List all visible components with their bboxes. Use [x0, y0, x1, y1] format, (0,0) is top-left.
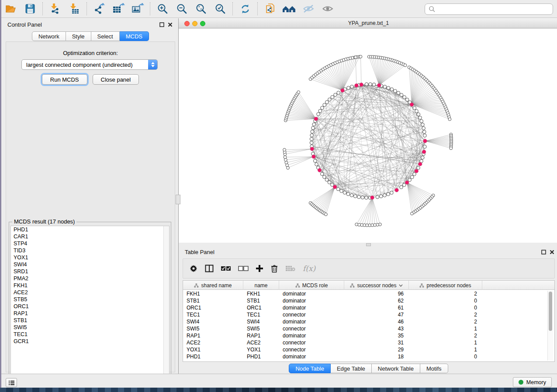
cell-mcds_role[interactable]: dominator — [279, 318, 344, 325]
table-row-FKH1[interactable]: FKH1FKH1dominator962 — [183, 290, 554, 297]
tab-select[interactable]: Select — [91, 31, 120, 41]
cell-successor_nodes[interactable]: 18 — [344, 353, 409, 360]
mcds-result-item[interactable]: RAP1 — [11, 310, 169, 317]
show-panels-list-icon[interactable] — [6, 378, 17, 387]
cell-mcds_role[interactable]: dominator — [279, 353, 344, 360]
deselect-all-icon[interactable] — [238, 266, 249, 271]
import-network-icon[interactable] — [48, 2, 62, 15]
cell-predecessor_nodes[interactable]: 0 — [409, 304, 482, 311]
float-table-panel-icon[interactable] — [540, 249, 547, 255]
mcds-result-item[interactable]: ACE2 — [11, 289, 169, 296]
mcds-result-item[interactable]: PMA2 — [11, 275, 169, 282]
cell-predecessor_nodes[interactable]: 0 — [409, 353, 482, 360]
table-row-STB1[interactable]: STB1STB1dominator620 — [183, 297, 554, 304]
table-scrollbar-thumb[interactable] — [549, 292, 552, 331]
cell-mcds_role[interactable]: connector — [279, 325, 344, 332]
network-graph[interactable] — [179, 29, 557, 243]
table-settings-gear-icon[interactable] — [189, 264, 198, 273]
cell-successor_nodes[interactable]: 31 — [344, 339, 409, 346]
cell-shared_name[interactable]: ORC1 — [183, 304, 243, 311]
memory-button[interactable]: Memory — [513, 377, 552, 387]
table-row-SWI5[interactable]: SWI5SWI5connector431 — [183, 325, 554, 332]
show-columns-icon[interactable] — [205, 265, 214, 272]
cell-predecessor_nodes[interactable]: 2 — [409, 318, 482, 325]
cell-name[interactable]: ORC1 — [243, 304, 279, 311]
mcds-result-item[interactable]: YOX1 — [11, 254, 169, 261]
close-panel-button[interactable]: Close panel — [93, 74, 139, 85]
tab-mcds[interactable]: MCDS — [120, 31, 149, 41]
mcds-result-item[interactable]: TEC1 — [11, 331, 169, 338]
column-header-name[interactable]: name — [243, 281, 279, 290]
cell-predecessor_nodes[interactable]: 2 — [409, 332, 482, 339]
table-vertical-scrollbar[interactable] — [547, 291, 553, 361]
cell-mcds_role[interactable]: dominator — [279, 290, 344, 297]
cell-successor_nodes[interactable]: 29 — [344, 346, 409, 353]
criterion-dropdown[interactable]: largest connected component (undirected) — [21, 59, 158, 70]
table-tab-node-table[interactable]: Node Table — [289, 364, 331, 373]
cell-predecessor_nodes[interactable]: 2 — [409, 290, 482, 297]
refresh-icon[interactable] — [238, 2, 253, 15]
cell-name[interactable]: RAP1 — [243, 332, 279, 339]
cell-shared_name[interactable]: TEC1 — [183, 311, 243, 318]
column-header-successor-nodes[interactable]: successor nodes — [344, 281, 409, 290]
export-table-icon[interactable] — [111, 2, 126, 15]
mcds-result-item[interactable]: CAR1 — [11, 233, 169, 240]
cell-successor_nodes[interactable]: 61 — [344, 304, 409, 311]
cell-predecessor_nodes[interactable]: 2 — [409, 311, 482, 318]
cell-mcds_role[interactable]: connector — [279, 339, 344, 346]
cell-shared_name[interactable]: STB1 — [183, 297, 243, 304]
table-row-YOX1[interactable]: YOX1YOX1connector291 — [183, 346, 554, 353]
close-table-panel-icon[interactable] — [549, 249, 555, 255]
zoom-selected-icon[interactable] — [213, 2, 228, 15]
mcds-result-item[interactable]: STB1 — [11, 317, 169, 324]
search-box[interactable] — [425, 3, 553, 15]
cell-successor_nodes[interactable]: 35 — [344, 332, 409, 339]
cell-successor_nodes[interactable]: 96 — [344, 290, 409, 297]
delete-column-trash-icon[interactable] — [270, 264, 278, 273]
cell-name[interactable]: FKH1 — [243, 290, 279, 297]
table-row-TEC1[interactable]: TEC1TEC1connector472 — [183, 311, 554, 318]
table-row-SWI4[interactable]: SWI4SWI4dominator462 — [183, 318, 554, 325]
export-network-icon[interactable] — [92, 2, 107, 15]
cell-predecessor_nodes[interactable]: 0 — [409, 297, 482, 304]
mcds-result-item[interactable]: TID3 — [11, 247, 169, 254]
mcds-result-item[interactable]: SWI4 — [11, 261, 169, 268]
cell-name[interactable]: ACE2 — [243, 339, 279, 346]
cell-successor_nodes[interactable]: 43 — [344, 325, 409, 332]
cell-successor_nodes[interactable]: 47 — [344, 311, 409, 318]
table-row-PHD1[interactable]: PHD1PHD1dominator180 — [183, 353, 554, 360]
zoom-out-icon[interactable] — [174, 2, 189, 15]
column-header-shared-name[interactable]: shared name — [183, 281, 243, 290]
cell-name[interactable]: STB1 — [243, 297, 279, 304]
close-panel-icon[interactable] — [167, 21, 173, 28]
first-neighbors-icon[interactable] — [282, 2, 297, 15]
table-tab-network-table[interactable]: Network Table — [372, 364, 420, 373]
vertical-splitter-grip[interactable] — [176, 195, 180, 204]
mcds-result-item[interactable]: SRD1 — [11, 268, 169, 275]
mcds-result-item[interactable]: STP4 — [11, 240, 169, 247]
cell-mcds_role[interactable]: dominator — [279, 304, 344, 311]
column-header-MCDS-role[interactable]: MCDS role — [279, 281, 344, 290]
table-row-ACE2[interactable]: ACE2ACE2connector311 — [183, 339, 554, 346]
cell-mcds_role[interactable]: connector — [279, 311, 344, 318]
network-window-titlebar[interactable]: YPA_prune.txt_1 — [179, 18, 557, 28]
horizontal-splitter-grip[interactable] — [366, 243, 371, 246]
zoom-fit-icon[interactable] — [194, 2, 208, 15]
select-all-icon[interactable] — [221, 266, 231, 271]
cell-mcds_role[interactable]: connector — [279, 346, 344, 353]
cell-shared_name[interactable]: ACE2 — [183, 339, 243, 346]
mcds-result-item[interactable]: FKH1 — [11, 282, 169, 289]
hide-selected-eye-icon[interactable] — [301, 2, 316, 15]
mcds-result-item[interactable]: SWI5 — [11, 324, 169, 331]
float-panel-icon[interactable] — [159, 21, 165, 28]
cell-shared_name[interactable]: SWI4 — [183, 318, 243, 325]
cell-predecessor_nodes[interactable]: 1 — [409, 346, 482, 353]
cell-mcds_role[interactable]: dominator — [279, 332, 344, 339]
cell-shared_name[interactable]: YOX1 — [183, 346, 243, 353]
column-header-predecessor-nodes[interactable]: predecessor nodes — [409, 281, 482, 290]
list-scrollbar[interactable] — [163, 226, 169, 382]
cell-predecessor_nodes[interactable]: 1 — [409, 325, 482, 332]
save-icon[interactable] — [23, 2, 38, 15]
cell-shared_name[interactable]: RAP1 — [183, 332, 243, 339]
table-tab-motifs[interactable]: Motifs — [420, 364, 448, 373]
